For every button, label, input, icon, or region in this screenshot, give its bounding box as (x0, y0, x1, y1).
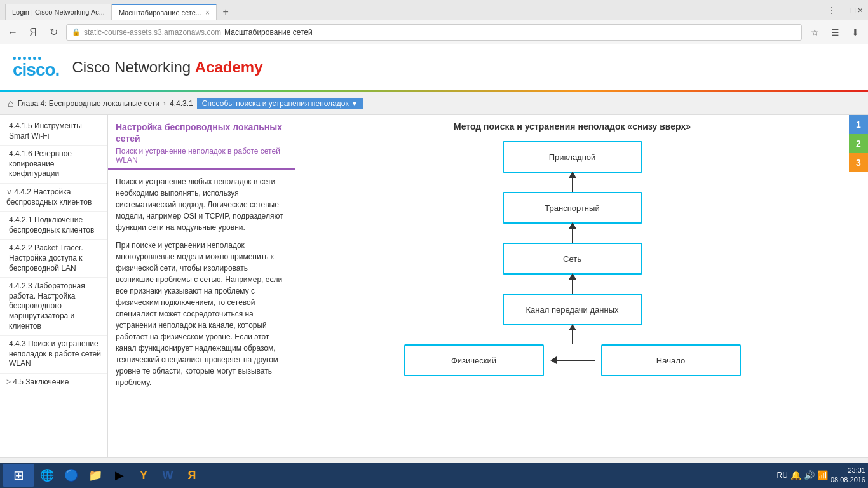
taskbar-edge[interactable]: 🔵 (60, 464, 83, 486)
diagram-box-transport: Транспортный (503, 192, 642, 224)
taskbar-clock: 23:31 08.08.2016 (831, 466, 865, 485)
taskbar-right: RU 🔔 🔊 📶 23:31 08.08.2016 (777, 466, 865, 485)
lock-icon: 🔒 (72, 28, 81, 36)
diagram-box-network: Сеть (503, 243, 642, 274)
back-button[interactable]: ← (5, 25, 20, 40)
h-arrow-line (557, 360, 595, 361)
close-tab-icon[interactable]: × (205, 8, 210, 17)
taskbar: ⊞ 🌐 🔵 📁 ▶ Y W Я RU 🔔 🔊 📶 23:31 08.08.201… (0, 463, 868, 488)
arrowhead-4 (569, 324, 576, 330)
speaker-icon: 🔊 (804, 470, 815, 480)
sidebar-item-0[interactable]: 4.4.1.5 Инструменты Smart Wi-Fi (0, 118, 107, 146)
sidebar-item-6[interactable]: 4.4.3 Поиск и устранение неполадок в раб… (0, 336, 107, 374)
signal-icon: 📶 (817, 470, 828, 480)
yandex2-icon: Я (184, 468, 200, 483)
arrowhead-3 (569, 273, 576, 280)
taskbar-word[interactable]: W (156, 464, 179, 486)
text-panel-subtitle: Поиск и устранение неполадок в работе се… (116, 147, 287, 165)
horizontal-arrow (550, 356, 595, 364)
breadcrumb-bar: ⌂ Глава 4: Беспроводные локальные сети ›… (0, 92, 868, 115)
text-panel-header: Настройка беспроводных локальных сетей П… (108, 115, 295, 170)
breadcrumb-current[interactable]: Способы поиска и устранения неполадок ▼ (197, 98, 363, 109)
start-button[interactable]: ⊞ (3, 464, 34, 487)
app-header: cisco. Cisco Networking Academy (0, 44, 868, 92)
forward-button[interactable]: Я (25, 25, 41, 40)
browser-titlebar: Login | Cisco Networking Ac... Масштабир… (0, 0, 868, 20)
breadcrumb-chapter[interactable]: Глава 4: Беспроводные локальные сети (18, 99, 159, 108)
content-area: Настройка беспроводных локальных сетей П… (108, 115, 868, 458)
sidebar-item-7[interactable]: 4.5 Заключение (0, 374, 107, 392)
url-bar[interactable]: 🔒 static-course-assets.s3.amazonaws.com … (66, 24, 802, 41)
taskbar-yandex[interactable]: Y (132, 464, 155, 486)
cisco-dots (13, 57, 41, 60)
text-panel-title: Настройка беспроводных локальных сетей (116, 121, 287, 144)
text-panel: Настройка беспроводных локальных сетей П… (108, 115, 295, 458)
sidebar-item-5[interactable]: 4.4.2.3 Лабораторная работа. Настройка б… (0, 278, 107, 336)
bottom-row: Физический Начало (404, 344, 741, 376)
arrow-4 (572, 325, 573, 344)
ie-icon: 🌐 (39, 468, 55, 483)
taskbar-explorer[interactable]: 📁 (84, 464, 107, 486)
edge-icon: 🔵 (64, 468, 79, 483)
main-layout: 4.4.1.5 Инструменты Smart Wi-Fi 4.4.1.6 … (0, 115, 868, 458)
media-icon: ▶ (112, 468, 127, 483)
networking-label: Cisco Networking (72, 58, 191, 76)
add-tab-button[interactable]: + (217, 4, 234, 20)
url-domain: static-course-assets.s3.amazonaws.com (84, 28, 221, 37)
address-bar: ← Я ↻ 🔒 static-course-assets.s3.amazonaw… (0, 20, 868, 44)
menu-button[interactable]: ☰ (827, 25, 843, 40)
tab-login[interactable]: Login | Cisco Networking Ac... (5, 4, 112, 20)
taskbar-media[interactable]: ▶ (108, 464, 131, 486)
arrowhead-1 (569, 172, 576, 178)
home-icon[interactable]: ⌂ (8, 98, 14, 109)
language-indicator: RU (777, 471, 788, 480)
diagram-box-applied: Прикладной (503, 141, 642, 173)
text-paragraph-2: При поиске и устранении неполадок многоу… (116, 240, 287, 388)
word-icon: W (160, 468, 175, 483)
sidebar: 4.4.1.5 Инструменты Smart Wi-Fi 4.4.1.6 … (0, 115, 108, 458)
text-paragraph-1: Поиск и устранение любых неполадок в сет… (116, 176, 287, 233)
start-icon: ⊞ (13, 468, 24, 483)
sidebar-item-1[interactable]: 4.4.1.6 Резервное копирование конфигурац… (0, 146, 107, 184)
number-tabs: 1 2 3 (849, 115, 868, 458)
cisco-logo: cisco. (13, 57, 59, 79)
sidebar-item-3[interactable]: 4.4.2.1 Подключение беспроводных клиенто… (0, 212, 107, 240)
arrow-2 (572, 224, 573, 243)
number-tab-3[interactable]: 3 (849, 153, 868, 172)
arrow-1 (572, 173, 573, 192)
url-page: Масштабирование сетей (224, 28, 313, 37)
text-panel-body[interactable]: Поиск и устранение любых неполадок в сет… (108, 170, 295, 458)
sidebar-item-2[interactable]: 4.4.2 Настройка беспроводных клиентов (0, 184, 107, 212)
breadcrumb-section-num: 4.4.3.1 (170, 99, 193, 108)
tab-current[interactable]: Масштабирование сете... × (112, 4, 217, 20)
diagram-container: Прикладной Транспортный Сеть (465, 141, 681, 376)
breadcrumb-separator: › (163, 99, 166, 108)
arrowhead-2 (569, 222, 576, 229)
diagram-box-datalink: Канал передачи данных (503, 294, 642, 325)
academy-title: Cisco Networking Academy (72, 58, 262, 76)
explorer-icon: 📁 (88, 468, 103, 483)
diagram-panel: Метод поиска и устранения неполадок «сни… (295, 115, 849, 458)
yandex-icon: Y (136, 468, 151, 483)
academy-label: Academy (195, 58, 263, 76)
browser-tabs: Login | Cisco Networking Ac... Масштабир… (5, 0, 234, 20)
h-arrowhead (550, 356, 557, 364)
download-button[interactable]: ⬇ (848, 25, 863, 40)
diagram-title: Метод поиска и устранения неполадок «сни… (454, 121, 691, 132)
network-icon: 🔔 (790, 470, 801, 480)
refresh-button[interactable]: ↻ (46, 25, 61, 40)
taskbar-ie[interactable]: 🌐 (36, 464, 58, 486)
diagram-box-physical: Физический (404, 344, 544, 376)
number-tab-1[interactable]: 1 (849, 115, 868, 134)
number-tab-2[interactable]: 2 (849, 134, 868, 153)
star-button[interactable]: ☆ (807, 25, 822, 40)
window-controls: ⋮ — □ × (827, 5, 863, 15)
diagram-box-start: Начало (601, 344, 741, 376)
sidebar-item-4[interactable]: 4.4.2.2 Packet Tracer. Настройка доступа… (0, 240, 107, 278)
arrow-3 (572, 274, 573, 294)
cisco-text: cisco. (13, 61, 59, 79)
taskbar-yandex2[interactable]: Я (180, 464, 203, 486)
